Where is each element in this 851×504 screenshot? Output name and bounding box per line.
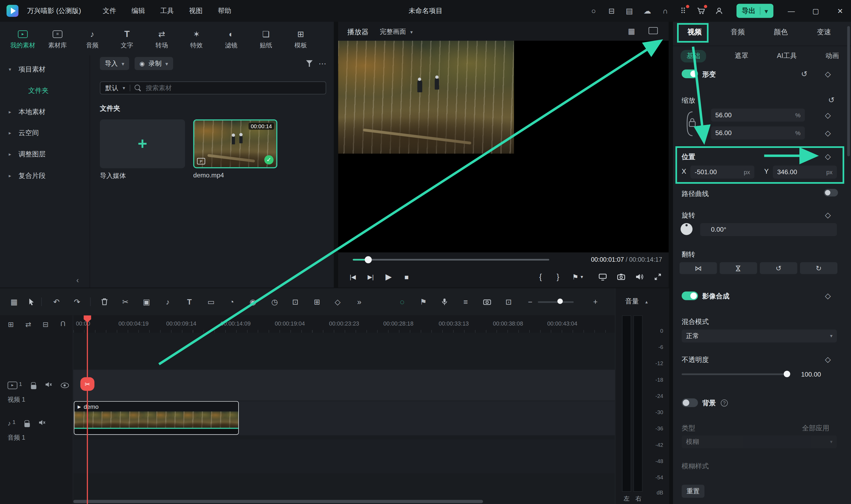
lock-icon[interactable] [24, 422, 30, 427]
tab-audio[interactable]: ♪ 音频 [75, 25, 110, 53]
timeline-horizontal-scrollbar[interactable] [73, 500, 483, 503]
split-icon[interactable]: ✂ [119, 295, 132, 308]
workspace-layout-icon[interactable]: ⊟ [606, 6, 616, 16]
more-options-icon[interactable]: ⋯ [319, 59, 326, 67]
status-circle-icon[interactable]: ○ [589, 6, 599, 16]
bg-type-select[interactable]: 模糊 ▾ [682, 435, 837, 448]
progress-track[interactable] [353, 259, 549, 260]
flip-vertical-button[interactable]: ⋈ [720, 262, 757, 274]
timeline-track-area[interactable]: 00:00 00:00:04:19 00:00:09:14 00:00:14:0… [73, 316, 615, 504]
chroma-key-icon[interactable]: ◉ [247, 295, 259, 308]
search-bar[interactable]: 默认 ▾ 搜索素材 [100, 82, 326, 94]
search-placeholder[interactable]: 搜索素材 [146, 83, 172, 93]
sidebar-item-adjustment-layer[interactable]: ▸ 调整图层 [0, 148, 90, 160]
sidebar-item-local-media[interactable]: ▸ 本地素材 [0, 106, 90, 118]
tab-transitions[interactable]: ⇄ 转场 [144, 25, 179, 53]
tab-stickers[interactable]: ❏ 贴纸 [249, 25, 284, 53]
position-keyframe-icon[interactable]: ◇ [825, 152, 831, 160]
mask-icon[interactable]: ▭ [204, 295, 218, 308]
search-filter-label[interactable]: 默认 [105, 83, 118, 93]
video-viewport[interactable] [338, 41, 669, 252]
transform-keyframe-icon[interactable]: ◇ [825, 70, 831, 78]
position-x-field[interactable]: -501.00 px [690, 165, 755, 178]
volume-meter-header[interactable]: 音量 ▴ [625, 297, 648, 306]
export-button[interactable]: 导出 ▾ [736, 4, 773, 18]
render-preview-icon[interactable]: ◌ [396, 295, 409, 308]
rotate-keyframe-icon[interactable]: ◇ [825, 211, 831, 219]
properties-scrollbar[interactable] [847, 26, 850, 156]
marker-flag-icon[interactable]: ⚑ [417, 295, 430, 308]
collapse-sidebar-icon[interactable]: ‹ [72, 275, 83, 286]
tab-color[interactable]: 颜色 [759, 27, 802, 37]
menu-edit[interactable]: 编辑 [128, 4, 148, 18]
split-at-playhead-button[interactable]: ✂ [80, 377, 94, 391]
flip-horizontal-button[interactable]: ⋈ [680, 262, 717, 274]
speed-icon[interactable]: ◔ [225, 295, 238, 308]
rotate-ccw-button[interactable]: ↺ [760, 262, 797, 274]
delete-icon[interactable] [97, 295, 111, 308]
tab-filters[interactable]: ◐ 滤镜 [214, 25, 249, 53]
mute-icon[interactable] [45, 382, 52, 389]
mute-icon[interactable] [38, 420, 46, 427]
mark-out-icon[interactable]: } [551, 270, 565, 283]
zoom-out-icon[interactable]: − [524, 295, 537, 308]
auto-fit-icon[interactable]: ⊡ [289, 295, 302, 308]
menu-help[interactable]: 帮助 [215, 4, 235, 18]
position-y-field[interactable]: 346.00 px [773, 165, 837, 178]
tab-text[interactable]: T 文字 [110, 25, 144, 53]
keyframe-tool-icon[interactable]: ◇ [331, 295, 344, 308]
help-icon[interactable]: ? [721, 399, 728, 407]
add-track-icon[interactable]: ⊞ [6, 320, 15, 328]
apply-all-button[interactable]: 全部应用 [802, 424, 829, 433]
sidebar-item-compound-clip[interactable]: ▸ 复合片段 [0, 170, 90, 182]
transform-toggle[interactable] [682, 69, 698, 78]
path-curve-toggle[interactable] [824, 189, 838, 197]
compositing-keyframe-icon[interactable]: ◇ [825, 292, 831, 300]
maximize-button[interactable]: ▢ [809, 7, 822, 15]
chevron-right-icon[interactable]: ▸ [9, 130, 14, 136]
previous-frame-button[interactable]: |◀ [346, 270, 360, 283]
sidebar-item-project-media[interactable]: ▾ 项目素材 [0, 64, 90, 75]
chevron-down-icon[interactable]: ▾ [123, 85, 125, 90]
link-clips-icon[interactable]: ⇄ [24, 320, 33, 328]
rotate-field[interactable]: 0.00° [700, 223, 837, 236]
support-icon[interactable]: ∩ [660, 6, 670, 16]
select-tool-icon[interactable] [25, 295, 38, 308]
rotate-cw-button[interactable]: ↺ [800, 262, 837, 274]
opacity-slider-knob[interactable] [784, 371, 790, 377]
crop-icon[interactable]: ▣ [140, 295, 153, 308]
tab-my-media[interactable]: ▸ 我的素材 [5, 25, 40, 53]
scale-link-icon[interactable] [683, 107, 697, 142]
tab-video[interactable]: 视频 [673, 27, 716, 37]
opacity-value-field[interactable]: 100.00 [797, 368, 837, 381]
subtab-mask[interactable]: 遮罩 [735, 52, 748, 61]
video-frame[interactable] [338, 41, 514, 154]
tab-audio-props[interactable]: 音频 [716, 27, 759, 37]
subtab-animation[interactable]: 动画 [826, 52, 839, 61]
chevron-right-icon[interactable]: ▸ [9, 173, 14, 178]
volume-icon[interactable] [632, 270, 647, 283]
progress-knob[interactable] [365, 256, 372, 263]
voiceover-icon[interactable] [438, 295, 451, 308]
compositing-toggle[interactable] [682, 291, 698, 300]
group-icon[interactable]: ⊞ [310, 295, 323, 308]
undo-icon[interactable]: ↶ [50, 295, 63, 308]
cloud-icon[interactable]: ☁ [642, 6, 652, 16]
timeline-ruler[interactable]: 00:00 00:00:04:19 00:00:09:14 00:00:14:0… [73, 316, 615, 333]
rotate-dial[interactable] [681, 223, 692, 235]
subtitle-icon[interactable]: ≡ [459, 295, 472, 308]
subtab-basic[interactable]: 基础 [681, 50, 706, 62]
import-media-tile[interactable]: + [100, 120, 185, 168]
redo-icon[interactable]: ↷ [71, 295, 84, 308]
scale-x-keyframe-icon[interactable]: ◇ [825, 111, 831, 119]
minimize-button[interactable]: — [785, 7, 798, 15]
audio-track-lane[interactable] [73, 439, 615, 473]
apps-icon[interactable]: ⠿ [678, 6, 688, 16]
reset-button[interactable]: 重置 [682, 485, 704, 498]
media-item-demo[interactable]: 00:00:14 P ✓ [193, 120, 277, 168]
save-icon[interactable]: ▤ [624, 6, 634, 16]
playhead[interactable] [87, 316, 88, 504]
play-button[interactable]: ▶ [382, 270, 396, 283]
account-icon[interactable] [714, 6, 724, 16]
view-mode-select[interactable]: 完整画面 ▾ [380, 27, 413, 36]
